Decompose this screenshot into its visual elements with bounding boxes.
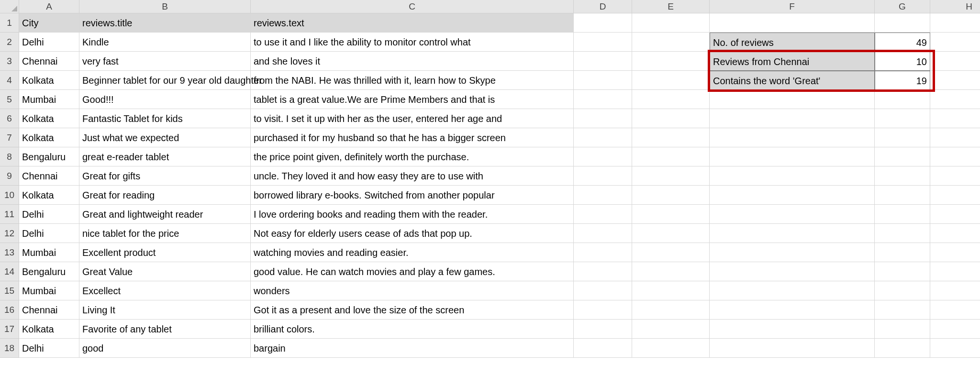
cell-E4[interactable] (632, 71, 710, 90)
cell-D9[interactable] (574, 166, 632, 186)
row-header-3[interactable]: 3 (0, 52, 19, 71)
cell-E18[interactable] (632, 339, 710, 358)
cell-A8[interactable]: Bengaluru (19, 147, 79, 166)
row-header-11[interactable]: 11 (0, 205, 19, 224)
row-header-6[interactable]: 6 (0, 109, 19, 128)
cell-D18[interactable] (574, 339, 632, 358)
cell-B9[interactable]: Great for gifts (79, 166, 251, 186)
col-header-D[interactable]: D (574, 0, 632, 13)
cell-C18[interactable]: bargain (251, 339, 574, 358)
cell-D1[interactable] (574, 13, 632, 33)
cell-G5[interactable] (875, 90, 930, 109)
cell-F14[interactable] (710, 262, 875, 281)
cell-E5[interactable] (632, 90, 710, 109)
cell-D4[interactable] (574, 71, 632, 90)
cell-B5[interactable]: Good!!! (79, 90, 251, 109)
cell-C8[interactable]: the price point given, definitely worth … (251, 147, 574, 166)
cell-A3[interactable]: Chennai (19, 52, 79, 71)
cell-H6[interactable] (930, 109, 980, 128)
row-header-13[interactable]: 13 (0, 243, 19, 262)
cell-C11[interactable]: I love ordering books and reading them w… (251, 205, 574, 224)
cell-A1[interactable]: City (19, 13, 79, 33)
cell-C14[interactable]: good value. He can watch movies and play… (251, 262, 574, 281)
cell-A5[interactable]: Mumbai (19, 90, 79, 109)
cell-H17[interactable] (930, 320, 980, 339)
cell-B2[interactable]: Kindle (79, 33, 251, 52)
cell-E7[interactable] (632, 128, 710, 147)
cell-F4[interactable]: Contains the word 'Great' (710, 71, 875, 90)
cell-A15[interactable]: Mumbai (19, 281, 79, 300)
cell-C10[interactable]: borrowed library e-books. Switched from … (251, 186, 574, 205)
cell-D14[interactable] (574, 262, 632, 281)
cell-A12[interactable]: Delhi (19, 224, 79, 243)
cell-D11[interactable] (574, 205, 632, 224)
cell-D7[interactable] (574, 128, 632, 147)
cell-H14[interactable] (930, 262, 980, 281)
cell-C7[interactable]: purchased it for my husband so that he h… (251, 128, 574, 147)
cell-C6[interactable]: to visit. I set it up with her as the us… (251, 109, 574, 128)
cell-H7[interactable] (930, 128, 980, 147)
cell-C16[interactable]: Got it as a present and love the size of… (251, 300, 574, 320)
cell-G1[interactable] (875, 13, 930, 33)
cell-F5[interactable] (710, 90, 875, 109)
cell-G6[interactable] (875, 109, 930, 128)
cell-G13[interactable] (875, 243, 930, 262)
cell-E17[interactable] (632, 320, 710, 339)
cell-B8[interactable]: great e-reader tablet (79, 147, 251, 166)
cell-E14[interactable] (632, 262, 710, 281)
cell-F18[interactable] (710, 339, 875, 358)
spreadsheet[interactable]: A B C D E F G H 1 2 3 4 5 6 7 8 9 10 11 … (0, 0, 980, 365)
row-header-15[interactable]: 15 (0, 281, 19, 300)
cell-A4[interactable]: Kolkata (19, 71, 79, 90)
cell-D10[interactable] (574, 186, 632, 205)
row-header-2[interactable]: 2 (0, 33, 19, 52)
cell-G8[interactable] (875, 147, 930, 166)
cell-H10[interactable] (930, 186, 980, 205)
cell-F15[interactable] (710, 281, 875, 300)
cell-F13[interactable] (710, 243, 875, 262)
cell-A17[interactable]: Kolkata (19, 320, 79, 339)
cell-C9[interactable]: uncle. They loved it and how easy they a… (251, 166, 574, 186)
cell-G3[interactable]: 10 (875, 52, 930, 71)
cell-G12[interactable] (875, 224, 930, 243)
cell-B4[interactable]: Beginner tablet for our 9 year old daugh… (79, 71, 251, 90)
col-header-B[interactable]: B (79, 0, 251, 13)
cell-G4[interactable]: 19 (875, 71, 930, 90)
cell-E9[interactable] (632, 166, 710, 186)
col-header-A[interactable]: A (19, 0, 79, 13)
cell-A16[interactable]: Chennai (19, 300, 79, 320)
cell-F8[interactable] (710, 147, 875, 166)
cell-H8[interactable] (930, 147, 980, 166)
row-header-7[interactable]: 7 (0, 128, 19, 147)
cell-E6[interactable] (632, 109, 710, 128)
row-header-9[interactable]: 9 (0, 166, 19, 186)
cell-A18[interactable]: Delhi (19, 339, 79, 358)
cell-C1[interactable]: reviews.text (251, 13, 574, 33)
cell-H12[interactable] (930, 224, 980, 243)
row-header-14[interactable]: 14 (0, 262, 19, 281)
cell-D13[interactable] (574, 243, 632, 262)
cell-F16[interactable] (710, 300, 875, 320)
cell-D17[interactable] (574, 320, 632, 339)
cell-C5[interactable]: tablet is a great value.We are Prime Mem… (251, 90, 574, 109)
row-header-1[interactable]: 1 (0, 13, 19, 33)
cell-G2[interactable]: 49 (875, 33, 930, 52)
row-header-17[interactable]: 17 (0, 320, 19, 339)
cell-E11[interactable] (632, 205, 710, 224)
col-header-G[interactable]: G (875, 0, 930, 13)
cell-F3[interactable]: Reviews from Chennai (710, 52, 875, 71)
cell-H1[interactable] (930, 13, 980, 33)
cell-D15[interactable] (574, 281, 632, 300)
cell-C2[interactable]: to use it and I like the ability to moni… (251, 33, 574, 52)
cell-E15[interactable] (632, 281, 710, 300)
cell-A14[interactable]: Bengaluru (19, 262, 79, 281)
cell-C13[interactable]: watching movies and reading easier. (251, 243, 574, 262)
row-header-16[interactable]: 16 (0, 300, 19, 320)
cell-H5[interactable] (930, 90, 980, 109)
cell-B18[interactable]: good (79, 339, 251, 358)
row-header-12[interactable]: 12 (0, 224, 19, 243)
cell-A11[interactable]: Delhi (19, 205, 79, 224)
row-header-10[interactable]: 10 (0, 186, 19, 205)
col-header-H[interactable]: H (930, 0, 980, 13)
cell-G16[interactable] (875, 300, 930, 320)
